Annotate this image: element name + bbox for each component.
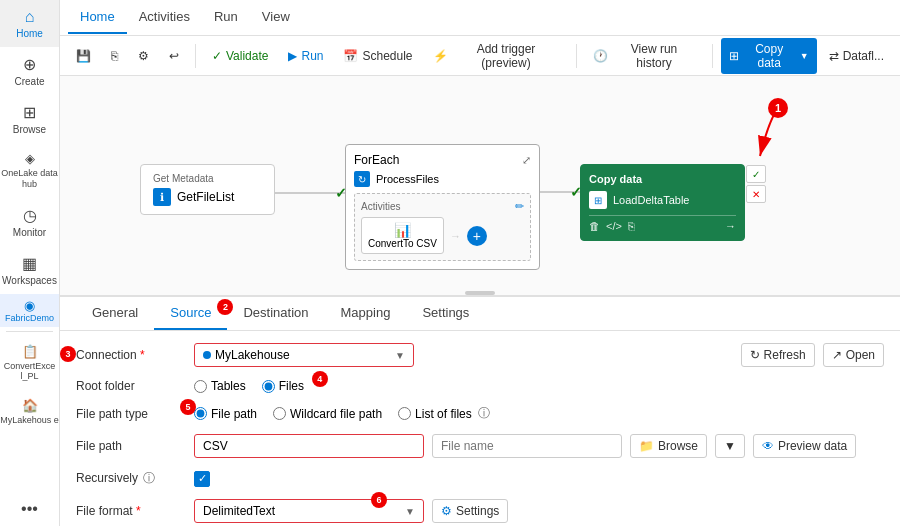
root-folder-label-text: Root folder <box>76 379 135 393</box>
copy-button[interactable]: ⎘ <box>103 45 126 67</box>
validate-label: Validate <box>226 49 268 63</box>
tables-radio[interactable] <box>194 380 207 393</box>
add-activity-button[interactable]: + <box>467 226 487 246</box>
panel-tab-general[interactable]: General <box>76 297 154 330</box>
panel-tab-destination[interactable]: Destination <box>227 297 324 330</box>
open-button[interactable]: ↗ Open <box>823 343 884 367</box>
copy-data-button[interactable]: ⊞ Copy data ▼ <box>721 38 817 74</box>
convert-csv-icon: 📊 <box>368 222 437 238</box>
onelake-icon: ◈ <box>25 151 35 166</box>
file-name-input[interactable] <box>432 434 622 458</box>
run-button[interactable]: ▶ Run <box>280 45 331 67</box>
recursively-checkbox[interactable]: ✓ <box>194 471 210 487</box>
validate-icon: ✓ <box>212 49 222 63</box>
connection-label: Connection * 3 <box>76 348 186 362</box>
schedule-label: Schedule <box>362 49 412 63</box>
file-format-value: DelimitedText <box>203 504 275 518</box>
save-button[interactable]: 💾 <box>68 45 99 67</box>
delete-action[interactable]: 🗑 <box>589 220 600 232</box>
settings-button[interactable]: ⚙ <box>130 45 157 67</box>
preview-icon: 👁 <box>762 439 774 453</box>
wildcard-option[interactable]: Wildcard file path <box>273 407 382 421</box>
files-radio[interactable] <box>262 380 275 393</box>
validate-button[interactable]: ✓ Validate <box>204 45 276 67</box>
panel-tab-settings[interactable]: Settings <box>406 297 485 330</box>
pipeline-canvas[interactable]: Get Metadata ℹ GetFileList ✓ ForEach ⤢ ↻… <box>60 76 900 296</box>
sidebar-label-mylakehouse: MyLakehous e <box>0 415 59 426</box>
bottom-panel: General Source 2 Destination Mapping Set… <box>60 296 900 526</box>
foreach-process-files: ↻ ProcessFiles <box>354 171 531 187</box>
browse-button[interactable]: 📁 Browse <box>630 434 707 458</box>
files-option[interactable]: Files 4 <box>262 379 304 393</box>
copy-data-x-action[interactable]: ✕ <box>746 185 766 203</box>
panel-tab-source[interactable]: Source 2 <box>154 297 227 330</box>
copy-data-node-label: LoadDeltaTable <box>613 194 689 206</box>
wildcard-option-label: Wildcard file path <box>290 407 382 421</box>
foreach-title: ForEach <box>354 153 399 167</box>
file-path-radio[interactable] <box>194 407 207 420</box>
dataflow-button[interactable]: ⇄ Datafl... <box>821 45 892 67</box>
sidebar-item-home[interactable]: ⌂ Home <box>0 0 59 47</box>
toolbar-divider-3 <box>712 44 713 68</box>
view-run-history-button[interactable]: 🕐 View run history <box>585 38 703 74</box>
collapse-bar[interactable] <box>465 291 495 295</box>
sidebar-item-monitor[interactable]: ◷ Monitor <box>0 198 59 246</box>
copy-data-check-action[interactable]: ✓ <box>746 165 766 183</box>
code-action[interactable]: </> <box>606 220 622 232</box>
foreach-node[interactable]: ForEach ⤢ ↻ ProcessFiles Activities ✏ 📊 … <box>345 144 540 270</box>
list-of-files-option[interactable]: List of files ⓘ <box>398 405 490 422</box>
file-path-option-label: File path <box>211 407 257 421</box>
file-format-settings-button[interactable]: ⚙ Settings <box>432 499 508 523</box>
sidebar-item-fabricdemo[interactable]: ◉ FabricDemo <box>0 294 59 327</box>
panel-tab-mapping[interactable]: Mapping <box>325 297 407 330</box>
sidebar-divider <box>6 331 53 332</box>
sidebar-item-mylakehouse[interactable]: 🏠 MyLakehous e <box>0 390 59 434</box>
refresh-label: Refresh <box>764 348 806 362</box>
file-format-settings-label: Settings <box>456 504 499 518</box>
get-metadata-node[interactable]: Get Metadata ℹ GetFileList <box>140 164 275 215</box>
browse-chevron-button[interactable]: ▼ <box>715 434 745 458</box>
preview-data-button[interactable]: 👁 Preview data <box>753 434 856 458</box>
sidebar-item-workspaces[interactable]: ▦ Workspaces <box>0 246 59 294</box>
tab-run[interactable]: Run <box>202 1 250 34</box>
browse-icon: ⊞ <box>23 103 36 122</box>
browse-label: Browse <box>658 439 698 453</box>
foreach-edit[interactable]: ✏ <box>515 200 524 213</box>
add-trigger-button[interactable]: ⚡ Add trigger (preview) <box>425 38 569 74</box>
schedule-button[interactable]: 📅 Schedule <box>335 45 420 67</box>
connection-select[interactable]: MyLakehouse ▼ <box>194 343 414 367</box>
file-path-input[interactable] <box>194 434 424 458</box>
refresh-button[interactable]: ↻ Refresh <box>741 343 815 367</box>
tables-option[interactable]: Tables <box>194 379 246 393</box>
tab-home[interactable]: Home <box>68 1 127 34</box>
file-format-select[interactable]: DelimitedText ▼ 6 <box>194 499 424 523</box>
copy-data-node[interactable]: Copy data ⊞ LoadDeltaTable ✓ ✕ 🗑 </> ⎘ → <box>580 164 745 241</box>
file-path-type-label-text: File path type <box>76 407 148 421</box>
top-nav-tabs: Home Activities Run View <box>60 0 900 36</box>
file-path-option[interactable]: File path 5 <box>194 407 257 421</box>
undo-button[interactable]: ↩ <box>161 45 187 67</box>
list-files-radio[interactable] <box>398 407 411 420</box>
tab-view[interactable]: View <box>250 1 302 34</box>
connector-1: ✓ <box>275 192 345 194</box>
sidebar-label-convert: ConvertExce l_PL <box>0 361 59 383</box>
sidebar-item-onelake[interactable]: ◈ OneLake data hub <box>0 143 59 198</box>
list-of-files-info: ⓘ <box>478 405 490 422</box>
sidebar-item-more[interactable]: ••• <box>0 492 59 526</box>
wildcard-radio[interactable] <box>273 407 286 420</box>
copy-action[interactable]: ⎘ <box>628 220 635 232</box>
source-tab-label: Source <box>170 305 211 320</box>
foreach-expand[interactable]: ⤢ <box>522 154 531 167</box>
undo-icon: ↩ <box>169 49 179 63</box>
sidebar-item-create[interactable]: ⊕ Create <box>0 47 59 95</box>
browse-icon: 📁 <box>639 439 654 453</box>
tab-activities[interactable]: Activities <box>127 1 202 34</box>
file-path-inputs: 📁 Browse ▼ 👁 Preview data <box>194 434 884 458</box>
recursively-label-text: Recursively <box>76 471 138 485</box>
sidebar-item-convert[interactable]: 📋 ConvertExce l_PL <box>0 336 59 391</box>
save-icon: 💾 <box>76 49 91 63</box>
sidebar-item-browse[interactable]: ⊞ Browse <box>0 95 59 143</box>
file-format-row: File format * DelimitedText ▼ 6 ⚙ Settin… <box>76 499 884 523</box>
arrow-right-action[interactable]: → <box>725 220 736 232</box>
convert-csv-node[interactable]: 📊 ConvertTo CSV <box>361 217 444 254</box>
